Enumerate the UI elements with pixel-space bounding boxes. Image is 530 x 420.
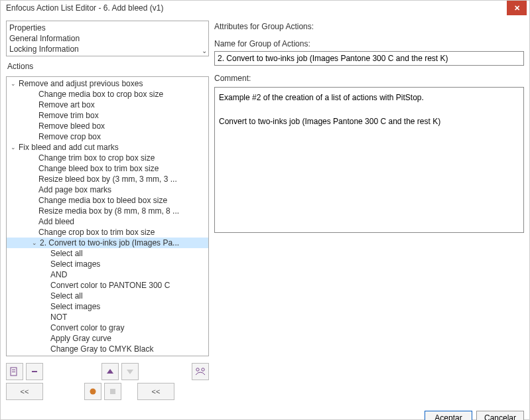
tree-item-label: Change crop box to trim box size <box>38 228 155 237</box>
stop-icon <box>109 387 117 395</box>
tree-item[interactable]: Remove crop box <box>7 131 208 142</box>
tree-item[interactable]: Resize media box by (8 mm, 8 mm, 8 ... <box>7 206 208 216</box>
remove-action-icon <box>30 367 39 376</box>
info-item[interactable]: Properties <box>9 23 206 33</box>
tree-item-label: Change bleed box to trim box size <box>38 164 159 173</box>
tree-item[interactable]: Convert color to PANTONE 300 C <box>7 280 208 291</box>
tree-item-label: Change trim box to crop box size <box>38 153 155 163</box>
tree-item-label: Resize bleed box by (3 mm, 3 mm, 3 ... <box>38 175 177 184</box>
move-up-button[interactable] <box>101 363 119 380</box>
tree-item-label: Remove crop box <box>38 132 101 141</box>
chevron-down-icon[interactable]: ⌄ <box>202 47 207 54</box>
tree-item-label: Add bleed <box>38 217 74 226</box>
tree-item[interactable]: Change media box to bleed box size <box>7 195 208 206</box>
svg-rect-1 <box>12 370 15 370</box>
tree-item-label: 2. Convert to two-inks job (Images Pa... <box>40 238 179 247</box>
dialog-buttons: Aceptar Cancelar <box>1 405 529 420</box>
tree-item-label: Remove and adjust previous boxes <box>19 79 143 88</box>
tree-item[interactable]: Change Gray to CMYK Black <box>7 344 208 354</box>
tree-item-label: NOT <box>50 313 67 322</box>
comment-textarea[interactable] <box>214 87 524 233</box>
tree-item-label: Fix bleed and add cut marks <box>19 143 119 152</box>
tree-item[interactable]: Change media box to crop box size <box>7 89 208 100</box>
tree-item-label: Add page box marks <box>38 185 111 194</box>
tree-item[interactable]: Select all <box>7 291 208 301</box>
tree-group[interactable]: ⌄2. Convert to two-inks job (Images Pa..… <box>7 238 208 248</box>
tree-item[interactable]: Select all <box>7 248 208 259</box>
tree-item[interactable]: Add bleed <box>7 216 208 227</box>
tree-item-label: Change media box to bleed box size <box>38 196 167 205</box>
window-title: Enfocus Action List Editor - 6. Add blee… <box>6 3 163 13</box>
close-icon: ✕ <box>514 4 520 13</box>
tree-item-label: Select all <box>50 291 83 301</box>
tree-item[interactable]: Convert color to gray <box>7 322 208 333</box>
move-up-icon <box>106 368 114 376</box>
actions-label: Actions <box>6 60 209 72</box>
remove-action-button[interactable] <box>26 363 43 380</box>
tree-item-label: Apply Gray curve <box>50 334 111 343</box>
record-icon <box>89 387 97 395</box>
svg-marker-4 <box>107 369 113 374</box>
chevron-down-icon[interactable]: ⌄ <box>31 240 38 246</box>
tree-item-label: Select all <box>50 249 83 258</box>
tree-item[interactable]: Change bleed box to trim box size <box>7 163 208 174</box>
tree-item[interactable]: Change crop box to trim box size <box>7 227 208 238</box>
chevron-down-icon[interactable]: ⌄ <box>9 144 17 151</box>
chevron-down-icon[interactable]: ⌄ <box>9 80 17 87</box>
info-item[interactable]: Locking Information <box>9 44 206 54</box>
close-button[interactable]: ✕ <box>507 1 527 15</box>
svg-rect-2 <box>12 372 15 372</box>
add-action-icon <box>10 367 19 376</box>
svg-point-7 <box>202 368 204 371</box>
group-button[interactable] <box>192 363 209 380</box>
toolbar: << << <box>6 363 209 400</box>
actions-tree[interactable]: ⌄Remove and adjust previous boxesChange … <box>6 76 209 356</box>
tree-item-label: Change media box to crop box size <box>38 90 163 99</box>
tree-item[interactable]: Select images <box>7 301 208 312</box>
move-down-icon <box>126 368 134 376</box>
comment-label: Comment: <box>214 71 524 86</box>
tree-item[interactable]: Select images <box>7 259 208 269</box>
svg-rect-9 <box>110 389 115 394</box>
svg-point-8 <box>90 389 96 395</box>
tree-item-label: Remove trim box <box>38 111 99 120</box>
tree-item-label: AND <box>50 270 67 279</box>
stop-button[interactable] <box>104 383 121 400</box>
titlebar: Enfocus Action List Editor - 6. Add blee… <box>1 1 529 15</box>
tree-item-label: Change Gray to CMYK Black <box>50 344 153 354</box>
svg-marker-5 <box>127 370 133 374</box>
tree-item[interactable]: Remove art box <box>7 100 208 110</box>
tree-item-label: Select images <box>50 302 100 311</box>
tree-item[interactable]: Resize bleed box by (3 mm, 3 mm, 3 ... <box>7 174 208 184</box>
attributes-heading: Attributes for Group Actions: <box>214 21 524 36</box>
group-name-input[interactable] <box>214 51 524 66</box>
tree-item-label: Resize media box by (8 mm, 8 mm, 8 ... <box>38 206 179 216</box>
tree-item[interactable]: Remove trim box <box>7 110 208 121</box>
svg-rect-3 <box>32 371 37 372</box>
tree-item-label: Remove bleed box <box>38 121 105 131</box>
info-panel[interactable]: PropertiesGeneral InformationLocking Inf… <box>6 21 209 56</box>
tree-item-label: Convert color to PANTONE 300 C <box>50 281 170 290</box>
record-button[interactable] <box>84 383 101 400</box>
group-icon <box>195 367 206 376</box>
tree-group[interactable]: ⌄Fix bleed and add cut marks <box>7 142 208 153</box>
tree-item[interactable]: Change trim box to crop box size <box>7 153 208 163</box>
tree-item[interactable]: AND <box>7 269 208 280</box>
nav-prev-button[interactable]: << <box>6 383 43 400</box>
cancel-button[interactable]: Cancelar <box>476 411 524 420</box>
tree-item-label: Convert color to gray <box>50 323 124 332</box>
tree-item-label: Select images <box>50 259 100 269</box>
svg-point-6 <box>196 368 199 371</box>
add-action-button[interactable] <box>6 363 23 380</box>
nav-prev-2-button[interactable]: << <box>137 383 174 400</box>
tree-item[interactable]: Remove bleed box <box>7 121 208 131</box>
tree-item[interactable]: Add page box marks <box>7 184 208 195</box>
tree-item-label: Remove art box <box>38 100 95 109</box>
accept-button[interactable]: Aceptar <box>425 411 472 420</box>
move-down-button[interactable] <box>121 363 139 380</box>
tree-group[interactable]: ⌄Remove and adjust previous boxes <box>7 78 208 89</box>
info-item[interactable]: General Information <box>9 33 206 44</box>
name-label: Name for Group of Actions: <box>214 36 524 51</box>
tree-item[interactable]: Apply Gray curve <box>7 333 208 344</box>
tree-item[interactable]: NOT <box>7 312 208 322</box>
